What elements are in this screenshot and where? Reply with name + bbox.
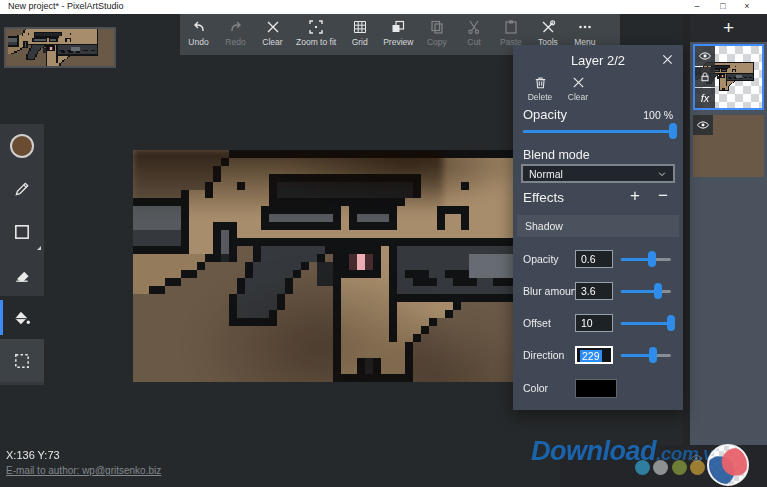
eye-icon xyxy=(696,118,710,132)
effect-param-row: Blur amount 3.6 xyxy=(513,282,683,302)
minimize-button[interactable]: – xyxy=(685,0,709,13)
selected-tool-indicator xyxy=(0,300,3,335)
layers-list: fx xyxy=(690,42,767,445)
clear-button[interactable]: Clear xyxy=(254,14,291,55)
pencil-icon xyxy=(13,180,31,198)
cut-icon xyxy=(466,19,482,35)
effect-param-row: Direction 229 xyxy=(513,346,683,366)
rectangle-icon xyxy=(13,223,31,241)
effects-label: Effects xyxy=(523,190,564,205)
delete-layer-button[interactable]: Delete xyxy=(525,75,555,107)
color-swatch-tool[interactable] xyxy=(0,124,44,167)
layer-fx-badge[interactable]: fx xyxy=(695,88,715,108)
artwork-preview-thumbnail xyxy=(4,27,116,68)
eraser-icon xyxy=(13,266,31,284)
effect-blur-input[interactable]: 3.6 xyxy=(575,282,613,300)
marquee-select-tool[interactable] xyxy=(0,339,44,382)
undo-icon xyxy=(191,19,207,35)
layer-visibility-toggle[interactable] xyxy=(693,115,713,135)
palette-dot[interactable] xyxy=(635,460,650,475)
effect-param-row: Offset 10 xyxy=(513,314,683,334)
layer-panel: Layer 2/2 Delete Clear Opacity 100 % Ble… xyxy=(513,45,683,410)
cut-button[interactable]: Cut xyxy=(455,14,492,55)
cursor-coordinates: X:136 Y:73 xyxy=(6,449,60,461)
redo-button[interactable]: Redo xyxy=(217,14,254,55)
trash-icon xyxy=(533,75,548,90)
effect-item-shadow[interactable]: Shadow xyxy=(517,215,679,237)
fill-bucket-tool[interactable] xyxy=(0,296,44,339)
current-color-swatch xyxy=(10,134,34,158)
effect-offset-input[interactable]: 10 xyxy=(575,314,613,332)
menu-dots-icon xyxy=(577,19,593,35)
layer-opacity-value: 100 % xyxy=(643,109,673,121)
pencil-tool[interactable] xyxy=(0,167,44,210)
layer-visibility-toggle[interactable] xyxy=(695,46,715,66)
blend-mode-dropdown[interactable]: Normal xyxy=(521,164,675,183)
close-window-button[interactable]: × xyxy=(735,0,759,13)
flyout-indicator xyxy=(37,246,41,250)
blend-mode-value: Normal xyxy=(529,168,657,180)
effect-color-row: Color xyxy=(513,379,683,399)
author-email-link[interactable]: E-mail to author: wp@gritsenko.biz xyxy=(6,465,161,476)
add-layer-button[interactable]: + xyxy=(690,14,767,42)
preview-button[interactable]: Preview xyxy=(378,14,418,55)
artwork-preview-canvas xyxy=(8,27,112,68)
palette-dot[interactable] xyxy=(672,460,687,475)
rectangle-tool[interactable] xyxy=(0,210,44,253)
fx-icon: fx xyxy=(701,92,710,104)
undo-button[interactable]: Undo xyxy=(180,14,217,55)
grid-button[interactable]: Grid xyxy=(341,14,378,55)
clear-layer-button[interactable]: Clear xyxy=(563,75,593,107)
copy-button[interactable]: Copy xyxy=(418,14,455,55)
clear-x-icon xyxy=(571,75,586,90)
fill-bucket-icon xyxy=(13,309,31,327)
eraser-tool[interactable] xyxy=(0,253,44,296)
lock-icon xyxy=(699,71,711,83)
layer-opacity-label: Opacity xyxy=(523,107,567,122)
layer-2-thumbnail[interactable] xyxy=(693,115,764,177)
panel-gutter xyxy=(683,14,690,445)
zoom-to-fit-icon xyxy=(308,19,324,35)
layer-1-thumbnail[interactable]: fx xyxy=(693,44,764,110)
clear-icon xyxy=(265,19,281,35)
titlebar: New project* - PixelArtStudio – □ × xyxy=(0,0,767,14)
eye-icon[interactable] xyxy=(690,452,703,465)
effect-color-swatch[interactable] xyxy=(575,379,617,398)
preview-icon xyxy=(390,19,406,35)
effect-direction-slider[interactable] xyxy=(621,347,671,363)
copy-icon xyxy=(429,19,445,35)
effect-direction-input[interactable]: 229 xyxy=(575,346,613,364)
blend-mode-label: Blend mode xyxy=(523,148,590,162)
paste-icon xyxy=(503,19,519,35)
layer-lock-toggle[interactable] xyxy=(695,67,715,87)
layer-opacity-slider[interactable] xyxy=(523,123,673,139)
layer-panel-title: Layer 2/2 xyxy=(513,53,683,68)
add-effect-button[interactable]: + xyxy=(625,186,645,206)
chevron-down-icon xyxy=(657,169,667,179)
color-wheel-picker[interactable] xyxy=(707,444,749,486)
remove-effect-button[interactable]: − xyxy=(653,186,673,206)
tools-sidebar xyxy=(0,124,44,385)
effect-opacity-input[interactable]: 0.6 xyxy=(575,250,613,268)
window-title: New project* - PixelArtStudio xyxy=(8,1,124,11)
redo-icon xyxy=(228,19,244,35)
panel-close-button[interactable] xyxy=(662,54,673,65)
effect-offset-slider[interactable] xyxy=(621,315,671,331)
tools-icon xyxy=(540,19,556,35)
marquee-icon xyxy=(13,352,31,370)
effect-blur-slider[interactable] xyxy=(621,283,671,299)
effect-opacity-slider[interactable] xyxy=(621,251,671,267)
eye-icon xyxy=(698,49,712,63)
zoom-to-fit-button[interactable]: Zoom to fit xyxy=(291,14,341,55)
grid-icon xyxy=(352,19,368,35)
palette-dot[interactable] xyxy=(653,460,668,475)
layers-strip: + fx xyxy=(690,14,767,445)
effect-param-row: Opacity 0.6 xyxy=(513,250,683,270)
maximize-button[interactable]: □ xyxy=(711,0,735,13)
